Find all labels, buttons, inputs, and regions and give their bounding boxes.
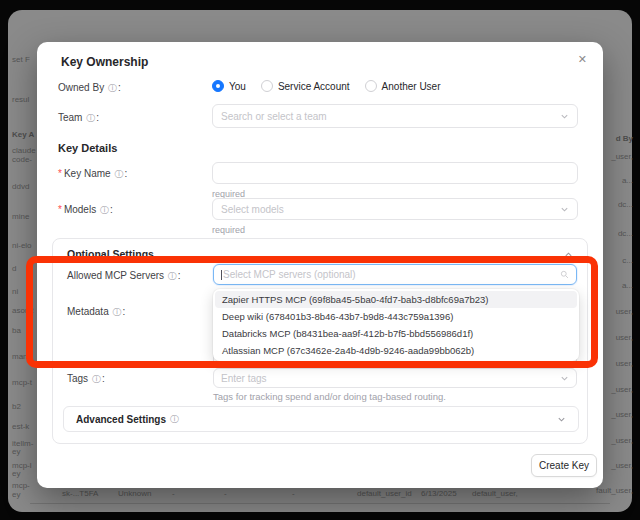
bg-text: set F (12, 55, 30, 64)
mcp-servers-label-text: Allowed MCP Servers (67, 270, 164, 281)
optional-settings-heading[interactable]: Optional Settings (67, 248, 154, 260)
bg-text: code- (12, 155, 32, 164)
bg-text: mcp- (12, 481, 30, 490)
modal-title: Key Ownership (61, 55, 148, 69)
models-select[interactable]: Select models (212, 198, 578, 220)
bg-text: ni (12, 287, 18, 296)
mcp-option[interactable]: Atlassian MCP (67c3462e-2a4b-4d9b-9246-a… (215, 342, 577, 359)
bg-cell: Unknown (118, 489, 151, 498)
bg-text: user, (616, 359, 633, 368)
optional-settings-card: Optional Settings Allowed MCP Servers ⓘ:… (52, 238, 588, 444)
owned-by-radio-group: You Service Account Another User (212, 80, 441, 92)
bg-text: ey (12, 490, 20, 499)
screenshot-canvas: set F resul Key A claude code- ddvd mine… (0, 0, 640, 520)
radio-unselected-icon[interactable] (261, 80, 273, 92)
bg-text: ddvd (12, 182, 29, 191)
radio-another-user[interactable]: Another User (365, 80, 441, 92)
metadata-label-text: Metadata (67, 306, 109, 317)
radio-service-account[interactable]: Service Account (261, 80, 350, 92)
radio-unselected-icon[interactable] (365, 80, 377, 92)
info-icon: ⓘ (92, 374, 101, 384)
label-colon: : (110, 204, 113, 215)
bg-table-divider (30, 503, 610, 504)
create-key-button[interactable]: Create Key (531, 454, 597, 477)
radio-another-user-label: Another User (382, 81, 441, 92)
team-select[interactable]: Search or select a team (212, 104, 578, 128)
key-ownership-modal: Key Ownership ✕ Owned By ⓘ: You Service … (37, 42, 603, 488)
bg-text: _user, (611, 385, 633, 394)
owned-by-label: Owned By ⓘ: (58, 82, 121, 95)
key-name-input[interactable] (212, 162, 578, 184)
mcp-option[interactable]: Zapier HTTPS MCP (69f8ba45-5ba0-4fd7-bab… (215, 291, 577, 308)
mcp-servers-dropdown: Zapier HTTPS MCP (69f8ba45-5ba0-4fd7-bab… (213, 289, 579, 361)
chevron-down-icon (557, 415, 566, 424)
close-icon[interactable]: ✕ (578, 53, 587, 66)
owned-by-label-text: Owned By (58, 82, 104, 93)
bg-text: _user, (611, 461, 633, 470)
mcp-option[interactable]: Deep wiki (678401b3-8b46-43b7-b9d8-443c7… (215, 308, 577, 325)
models-label-text: Models (64, 204, 96, 215)
bg-text: mcp-t (12, 378, 32, 387)
bg-text: user, (616, 333, 633, 342)
team-label: Team ⓘ: (58, 112, 99, 125)
label-colon: : (124, 168, 127, 179)
bg-text: c... (622, 256, 633, 265)
bg-text: ba (12, 326, 21, 335)
team-placeholder: Search or select a team (221, 111, 327, 122)
mcp-servers-label: Allowed MCP Servers ⓘ: (67, 270, 181, 283)
tags-label-text: Tags (67, 373, 88, 384)
info-icon: ⓘ (86, 113, 95, 123)
bg-text: d (12, 264, 16, 273)
bg-text: ey (12, 469, 20, 478)
bg-table-header: d By (616, 134, 633, 143)
mcp-servers-select[interactable]: Select MCP servers (optional) (213, 264, 577, 285)
bg-text: dc... (618, 229, 633, 238)
bg-cell: default_user, (472, 489, 518, 498)
key-details-heading: Key Details (58, 142, 117, 154)
bg-cell: - (172, 489, 175, 498)
bg-text: claude (12, 146, 36, 155)
label-colon: : (102, 373, 105, 384)
models-required-hint: required (212, 225, 245, 235)
models-placeholder: Select models (221, 204, 284, 215)
advanced-settings-accordion[interactable]: Advanced Settings ⓘ (63, 406, 579, 432)
chevron-up-icon[interactable] (564, 250, 573, 259)
mcp-option[interactable]: Databricks MCP (b8431bea-aa9f-412b-b7f5-… (215, 325, 577, 342)
advanced-settings-heading: Advanced Settings (76, 414, 166, 425)
models-label: *Models ⓘ: (58, 204, 113, 217)
metadata-label: Metadata ⓘ: (67, 306, 125, 319)
bg-text: manu (12, 352, 32, 361)
bg-table-header: Key A (12, 130, 34, 139)
bg-text: resul (12, 95, 29, 104)
label-colon: : (178, 270, 181, 281)
tags-help-text: Tags for tracking spend and/or doing tag… (213, 391, 446, 402)
chevron-down-icon (560, 205, 569, 214)
bg-text: ey (12, 447, 20, 456)
chevron-down-icon (560, 374, 569, 383)
tags-label: Tags ⓘ: (67, 373, 105, 386)
required-asterisk: * (58, 204, 62, 215)
team-label-text: Team (58, 112, 82, 123)
bg-text: a... (622, 281, 633, 290)
info-icon: ⓘ (112, 307, 121, 317)
bg-text: a... (622, 176, 633, 185)
info-icon: ⓘ (114, 169, 123, 179)
tags-select[interactable]: Enter tags (213, 368, 577, 388)
mcp-placeholder: Select MCP servers (optional) (223, 269, 356, 280)
tags-placeholder: Enter tags (221, 373, 267, 384)
bg-text: est-k (12, 422, 29, 431)
label-colon: : (96, 112, 99, 123)
info-icon: ⓘ (108, 83, 117, 93)
bg-text: user, (616, 307, 633, 316)
bg-cell-key: sk-...T5FA (62, 489, 98, 498)
bg-text: ni-elo (12, 241, 32, 250)
key-name-label-text: Key Name (64, 168, 111, 179)
bg-text: fault_user, (596, 486, 633, 495)
text-cursor (221, 270, 222, 280)
bg-text: _user, (611, 152, 633, 161)
radio-you[interactable]: You (212, 80, 246, 92)
bg-cell-date: 6/13/2025 (421, 489, 457, 498)
radio-selected-icon[interactable] (212, 80, 224, 92)
bg-text: _user, (611, 436, 633, 445)
info-icon: ⓘ (168, 271, 177, 281)
